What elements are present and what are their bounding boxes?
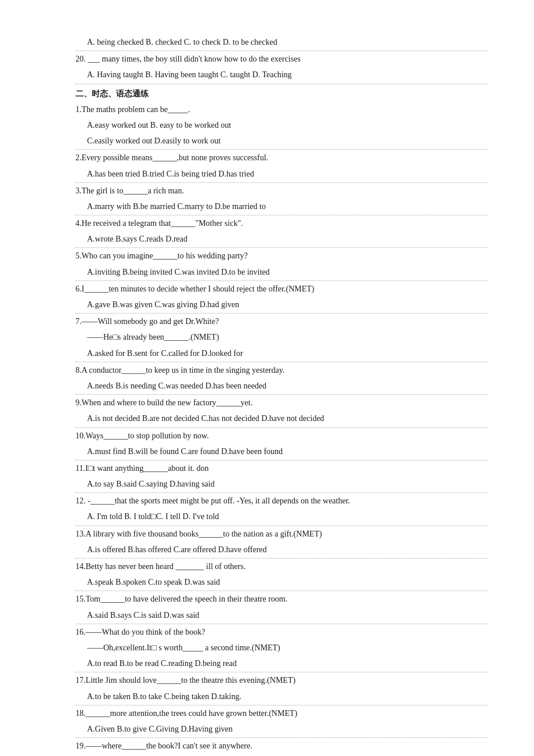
q11-block: 11.I□t want anything______about it. don … [75,461,488,493]
q10-text: 10.Ways______to stop pollution by now. [75,429,488,443]
q18-block: 18.______more attention,the trees could … [75,706,488,738]
q5-text: 5.Who can you imagine______to his weddin… [75,249,488,263]
q1-opts-b: C.easily worked out D.easily to work out [75,134,488,148]
q14-block: 14.Betty has never been heard _______ il… [75,559,488,591]
q2-opts: A.has been tried B.tried C.is being trie… [75,167,488,181]
q15-opts: A.said B.says C.is said D.was said [75,608,488,622]
q7-text: 7.——Will somebody go and get Dr.White? [75,314,488,329]
q4-block: 4.He received a telegram that______"Moth… [75,216,488,248]
q16-text: 16.——What do you think of the book? [75,625,488,639]
q7-reply: ——He□s already been______.(NMET) [75,330,488,344]
q1-block: 1.The maths problem can be_____. A.easy … [75,102,488,150]
q13-opts: A.is offered B.has offered C.are offered… [75,542,488,557]
q10-block: 10.Ways______to stop pollution by now. A… [75,429,488,460]
q4-text: 4.He received a telegram that______"Moth… [75,216,488,231]
q3-block: 3.The girl is to______a rich man. A.marr… [75,183,488,215]
q16-block: 16.——What do you think of the book? ——Oh… [75,625,488,673]
q2-text: 2.Every possible means______,but none pr… [75,150,488,165]
q14-opts: A.speak B.spoken C.to speak D.was said [75,575,488,589]
intro-options: A. being checked B. checked C. to check … [75,35,488,49]
q13-block: 13.A library with five thousand books___… [75,527,488,559]
q17-text: 17.Little Jim should love______to the th… [75,673,488,687]
q20-text: 20. ___ many times, the boy still didn't… [75,52,488,66]
q15-text: 15.Tom______to have delivered the speech… [75,592,488,606]
q18-text: 18.______more attention,the trees could … [75,706,488,721]
q5-opts: A.inviting B.being invited C.was invited… [75,265,488,279]
q5-block: 5.Who can you imagine______to his weddin… [75,249,488,280]
q13-text: 13.A library with five thousand books___… [75,527,488,541]
q12-opts: A. I'm told B. I told□C. I tell D. I've … [75,509,488,524]
q7-block: 7.——Will somebody go and get Dr.White? —… [75,314,488,362]
q6-block: 6.I______ten minutes to decide whether I… [75,282,488,314]
q20-opts: A. Having taught B. Having been taught C… [75,67,488,82]
q17-opts: A.to be taken B.to take C.being taken D.… [75,689,488,704]
q17-block: 17.Little Jim should love______to the th… [75,673,488,705]
q15-block: 15.Tom______to have delivered the speech… [75,592,488,624]
q19-text: 19.——where______the book?I can't see it … [75,739,488,753]
q14-text: 14.Betty has never been heard _______ il… [75,559,488,574]
q9-opts: A.is not decided B.are not decided C.has… [75,411,488,426]
q1-opts-a: A.easy worked out B. easy to be worked o… [75,118,488,132]
q9-block: 9.When and where to build the new factor… [75,395,488,427]
page-container: A. being checked B. checked C. to check … [0,0,534,756]
q8-block: 8.A conductor______to keep us in time in… [75,363,488,395]
q12-block: 12. -______that the sports meet might be… [75,494,488,525]
q3-text: 3.The girl is to______a rich man. [75,183,488,198]
q16-opts: A.to read B.to be read C.reading D.being… [75,656,488,671]
q10-opts: A.must find B.will be found C.are found … [75,444,488,459]
q9-text: 9.When and where to build the new factor… [75,395,488,410]
q19-block: 19.——where______the book?I can't see it … [75,739,488,753]
q7-opts: A.asked for B.sent for C.called for D.lo… [75,346,488,361]
q6-text: 6.I______ten minutes to decide whether I… [75,282,488,296]
intro-options-block: A. being checked B. checked C. to check … [75,35,488,51]
q4-opts: A.wrote B.says C.reads D.read [75,232,488,246]
q2-block: 2.Every possible means______,but none pr… [75,150,488,182]
section-title-block: 二、时态、语态通练 [75,87,488,101]
q12-text: 12. -______that the sports meet might be… [75,494,488,508]
q20-block: 20. ___ many times, the boy still didn't… [75,52,488,84]
q18-opts: A.Given B.to give C.Giving D.Having give… [75,722,488,736]
q1-text: 1.The maths problem can be_____. [75,102,488,117]
q8-text: 8.A conductor______to keep us in time in… [75,363,488,377]
q11-text: 11.I□t want anything______about it. don [75,461,488,476]
q6-opts: A.gave B.was given C.was giving D.had gi… [75,297,488,312]
q11-opts: A.to say B.said C.saying D.having said [75,477,488,491]
q8-opts: A.needs B.is needing C.was needed D.has … [75,379,488,393]
section-title: 二、时态、语态通练 [75,87,488,101]
q3-opts: A.marry with B.be married C.marry to D.b… [75,199,488,214]
q16-reply: ——Oh,excellent.It□ s worth_____ a second… [75,640,488,655]
